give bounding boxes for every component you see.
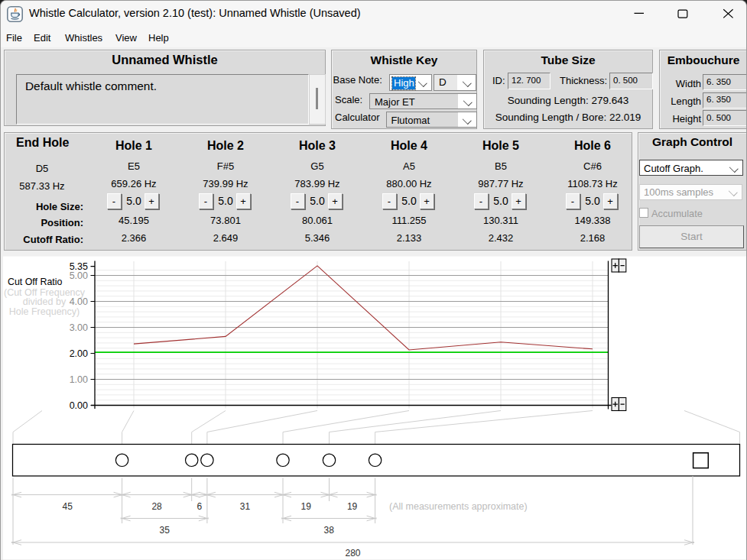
svg-text:38: 38 xyxy=(324,525,335,536)
svg-text:6: 6 xyxy=(196,501,202,512)
svg-text:Cut Off Ratio: Cut Off Ratio xyxy=(8,277,63,287)
svg-text:(All measurements approximate): (All measurements approximate) xyxy=(389,501,528,512)
svg-text:28: 28 xyxy=(151,501,162,512)
svg-text:1.00: 1.00 xyxy=(70,374,88,385)
svg-text:19: 19 xyxy=(347,501,358,512)
svg-text:Hole Frequency): Hole Frequency) xyxy=(9,306,80,317)
svg-text:45: 45 xyxy=(63,501,73,512)
svg-text:0.00: 0.00 xyxy=(70,400,88,411)
svg-text:5.00: 5.00 xyxy=(70,270,88,281)
svg-text:19: 19 xyxy=(301,501,312,512)
svg-text:3.00: 3.00 xyxy=(70,322,88,333)
svg-text:280: 280 xyxy=(345,548,360,558)
svg-text:31: 31 xyxy=(240,501,251,512)
svg-text:35: 35 xyxy=(160,525,171,536)
svg-text:2.00: 2.00 xyxy=(70,348,88,359)
